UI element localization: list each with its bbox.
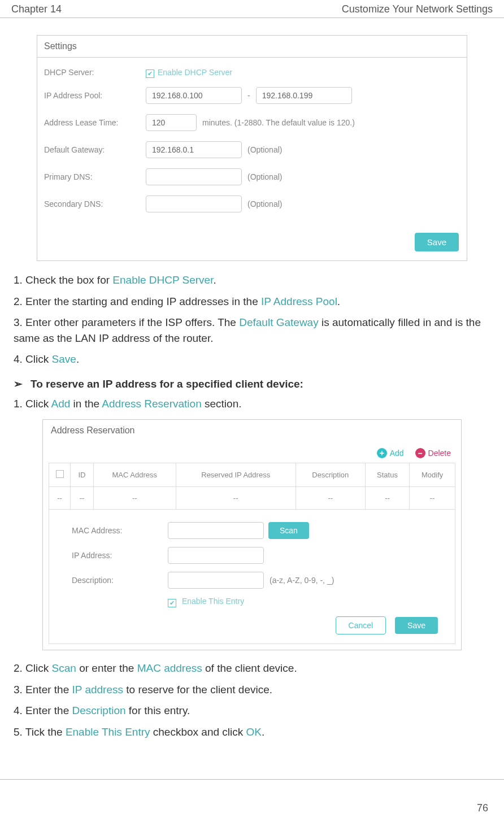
gateway-optional: (Optional) [247, 145, 282, 154]
col-id: ID [71, 463, 94, 487]
ip-pool-label: IP Address Pool: [44, 91, 146, 100]
step-a2: 2. Enter the starting and ending IP addr… [11, 294, 493, 310]
ip-pool-start-input[interactable] [146, 87, 242, 104]
step-a3: 3. Enter other parameters if the ISP off… [11, 315, 493, 346]
mac-address-label: MAC Address: [72, 526, 168, 535]
step-c5: 5. Tick the Enable This Entry checkbox a… [11, 724, 493, 740]
primary-dns-optional: (Optional) [247, 172, 282, 181]
minus-icon: – [415, 448, 425, 458]
add-button[interactable]: + Add [377, 448, 404, 458]
mac-address-input[interactable] [168, 522, 264, 539]
delete-label: Delete [428, 449, 451, 458]
delete-button[interactable]: – Delete [415, 448, 451, 458]
lease-time-label: Address Lease Time: [44, 118, 146, 127]
ip-address-input[interactable] [168, 547, 264, 564]
col-mac: MAC Address [93, 463, 176, 487]
col-status: Status [365, 463, 409, 487]
description-input[interactable] [168, 572, 264, 589]
save-entry-button[interactable]: Save [395, 617, 438, 634]
settings-panel-title: Settings [37, 36, 467, 58]
enable-entry-checkbox[interactable]: ✔ [168, 599, 176, 607]
gateway-input[interactable] [146, 141, 242, 158]
col-desc: Description [296, 463, 365, 487]
chapter-label: Chapter 14 [11, 3, 62, 15]
primary-dns-label: Primary DNS: [44, 172, 146, 181]
page-number: 76 [0, 779, 504, 820]
save-button[interactable]: Save [415, 233, 459, 251]
enable-dhcp-checkbox-label: Enable DHCP Server [158, 68, 232, 77]
enable-dhcp-checkbox[interactable]: ✔ [146, 69, 154, 78]
reservation-table: ID MAC Address Reserved IP Address Descr… [49, 463, 455, 510]
gateway-label: Default Gateway: [44, 145, 146, 154]
secondary-dns-optional: (Optional) [247, 199, 282, 208]
table-row: -- -- -- -- -- -- -- [49, 487, 455, 510]
dhcp-server-label: DHCP Server: [44, 68, 146, 77]
step-c2: 2. Click Scan or enter the MAC address o… [11, 660, 493, 676]
address-reservation-panel: Address Reservation + Add – Delete ID MA… [42, 419, 462, 650]
primary-dns-input[interactable] [146, 168, 242, 185]
select-all-checkbox[interactable] [56, 470, 64, 478]
add-label: Add [390, 449, 404, 458]
page-title: Customize Your Network Settings [342, 3, 493, 15]
step-c4: 4. Enter the Description for this entry. [11, 703, 493, 719]
subhead-reserve: ➢To reserve an IP address for a specifie… [11, 377, 493, 390]
ip-address-label: IP Address: [72, 551, 168, 560]
col-modify: Modify [410, 463, 455, 487]
address-reservation-title: Address Reservation [43, 420, 461, 448]
step-a4: 4. Click Save. [11, 351, 493, 367]
lease-time-input[interactable] [146, 114, 197, 131]
cancel-button[interactable]: Cancel [336, 616, 386, 634]
enable-entry-label: Enable This Entry [182, 597, 244, 606]
col-ip: Reserved IP Address [176, 463, 296, 487]
secondary-dns-label: Secondary DNS: [44, 199, 146, 208]
step-a1: 1. Check the box for Enable DHCP Server. [11, 272, 493, 288]
settings-panel: Settings DHCP Server: ✔ Enable DHCP Serv… [37, 35, 467, 261]
lease-time-hint: minutes. (1-2880. The default value is 1… [202, 118, 355, 127]
step-b1: 1. Click Add in the Address Reservation … [11, 396, 493, 412]
plus-icon: + [377, 448, 387, 458]
scan-button[interactable]: Scan [268, 522, 309, 539]
pool-dash: - [247, 91, 250, 100]
step-c3: 3. Enter the IP address to reserve for t… [11, 682, 493, 698]
ip-pool-end-input[interactable] [256, 87, 352, 104]
col-checkbox [49, 463, 71, 487]
triangle-icon: ➢ [14, 378, 23, 390]
reservation-form: MAC Address: Scan IP Address: Descriptio… [49, 510, 455, 644]
secondary-dns-input[interactable] [146, 195, 242, 212]
description-label: Description: [72, 576, 168, 585]
description-hint: (a-z, A-Z, 0-9, -, _) [270, 576, 334, 585]
